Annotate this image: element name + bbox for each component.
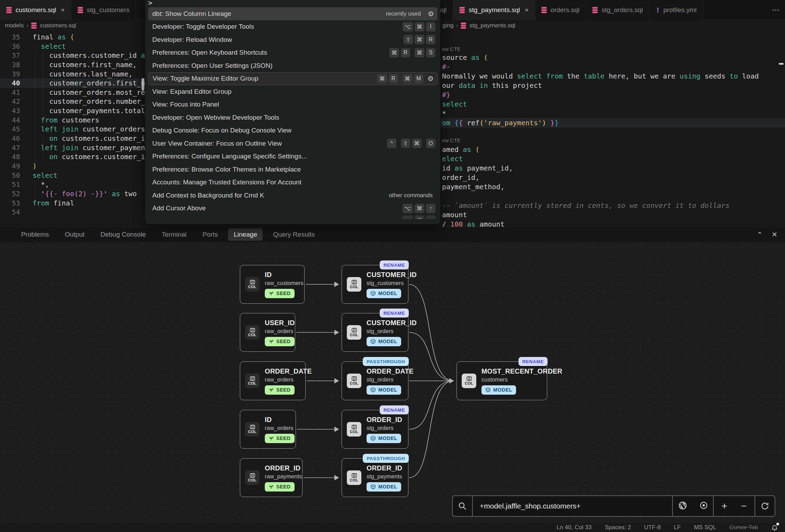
panel-tab-output[interactable]: Output [59, 228, 90, 241]
notifications-bell-icon[interactable] [771, 524, 778, 531]
tab-stg_orders-sql[interactable]: stg_orders.sql [586, 0, 649, 20]
lineage-node-target-order_id[interactable]: PASSTHROUGHCOLORDER_IDstg_paymentsMODEL [342, 458, 408, 497]
refresh-icon[interactable] [755, 496, 775, 516]
panel-tab-problems[interactable]: Problems [16, 228, 54, 241]
panel-tab-terminal[interactable]: Terminal [156, 228, 192, 241]
command-item-debug-console[interactable]: Debug Console: Focus on Debug Console Vi… [145, 124, 440, 137]
command-item-preferences[interactable]: Preferences: Open Keyboard Shortcuts⌘R⌘S [145, 46, 440, 59]
code-line[interactable]: select [442, 100, 467, 109]
code-line[interactable]: 42 customer_orders.number_o [0, 97, 145, 106]
scrollbar-thumb[interactable] [142, 78, 144, 91]
code-line[interactable]: 49) [0, 162, 145, 171]
command-item-partial[interactable]: ⌥⌘↓ [145, 215, 440, 219]
command-item-developer[interactable]: Developer: Reload Window⇧⌘R [145, 33, 440, 46]
close-panel-icon[interactable]: ✕ [772, 230, 777, 239]
code-line[interactable]: order_id, [442, 173, 479, 182]
command-item-preferences[interactable]: Preferences: Configure Language Specific… [145, 150, 440, 163]
command-item-add-cursor-above[interactable]: Add Cursor Above⌥⌘↑ [145, 202, 440, 215]
command-input[interactable]: > [145, 0, 440, 6]
tab-stg_customers[interactable]: stg_customers [71, 0, 136, 20]
code-line[interactable]: 52 '{{- foo(2) -}}' as two [0, 189, 145, 199]
breadcrumb-root[interactable]: models [5, 22, 24, 29]
tab-orders-sql[interactable]: orders.sql [535, 0, 586, 20]
code-area[interactable]: 35final as (36 select37 customers.custom… [0, 31, 145, 217]
tab-overflow-button[interactable]: ⋯ [766, 0, 785, 20]
model-query-input[interactable] [480, 502, 672, 510]
model-selector-input[interactable] [473, 496, 673, 516]
code-line[interactable]: #} [442, 90, 450, 100]
search-icon[interactable] [453, 496, 473, 516]
breadcrumb-file[interactable]: customers.sql [40, 22, 76, 29]
left-editor-pane[interactable]: models › customers.sql 35final as (36 se… [0, 20, 146, 227]
code-line[interactable]: our data in this project [442, 81, 542, 90]
code-line[interactable]: 51 *, [0, 180, 145, 189]
tab-profiles-yml[interactable]: !profiles.yml [649, 0, 703, 20]
status-ms[interactable]: MS SQL [694, 524, 716, 531]
tab-customers-sql[interactable]: customers.sql× [0, 0, 71, 20]
code-line[interactable]: id as payment_id, [442, 164, 513, 173]
close-icon[interactable]: × [61, 7, 65, 14]
code-line[interactable]: 41 customer_orders.most_rec [0, 88, 145, 97]
code-line[interactable]: Normally we would select from the table … [442, 72, 759, 81]
code-line[interactable]: #- [442, 62, 450, 72]
code-line[interactable]: source as ( [442, 53, 488, 62]
breadcrumb[interactable]: ging › stg_payments.sql [440, 20, 785, 31]
status-lf[interactable]: LF [674, 524, 681, 531]
command-item-add-context-to-background-for-cmd-k[interactable]: Add Context to Background for Cmd Kother… [145, 189, 440, 202]
code-line[interactable]: amount [442, 210, 467, 220]
panel-tab-query-results[interactable]: Query Results [268, 228, 320, 241]
right-editor-pane[interactable]: ging › stg_payments.sql ew CTEsource as … [440, 20, 785, 227]
command-item-preferences[interactable]: Preferences: Open User Settings (JSON) [145, 59, 440, 72]
code-line[interactable]: -- `amount` is currently stored in cents… [442, 201, 730, 210]
code-line[interactable]: 54 [0, 208, 145, 217]
code-line[interactable]: * [442, 109, 446, 118]
code-line[interactable]: 44 from customers [0, 116, 145, 125]
code-line[interactable]: 48 on customers.customer_id [0, 152, 145, 162]
code-line[interactable]: 45 left join customer_orders [0, 125, 145, 134]
focus-target-icon[interactable] [699, 501, 708, 511]
breadcrumb-root[interactable]: ging [442, 22, 453, 29]
aperture-icon[interactable] [678, 501, 687, 512]
lineage-node-source-id[interactable]: COLIDraw_ordersSEED [240, 410, 296, 449]
code-line[interactable]: 40 customer_orders.first_or [0, 79, 145, 88]
tab-stg_payments-sql[interactable]: stg_payments.sql× [453, 0, 535, 20]
code-line[interactable]: amed as ( [442, 145, 479, 154]
collapse-panel-icon[interactable]: ⌃ [757, 230, 763, 239]
code-line[interactable]: / 100 as amount [442, 220, 505, 227]
lineage-node-target-customer_id[interactable]: RENAMECOLCUSTOMER_IDstg_customersMODEL [342, 265, 408, 304]
command-item-developer[interactable]: Developer: Open Webview Developer Tools [145, 111, 440, 124]
scrollbar-dash[interactable] [779, 63, 784, 65]
gear-icon[interactable]: ⚙ [428, 10, 434, 18]
breadcrumb[interactable]: models › customers.sql [0, 20, 145, 31]
status-ln[interactable]: Ln 40, Col 33 [557, 524, 592, 531]
code-line[interactable]: 37 customers.customer_id as [0, 51, 145, 60]
lineage-node-final-most-recent-order[interactable]: RENAMECOLMOST_RECENT_ORDERcustomersMODEL [457, 361, 547, 400]
lineage-node-target-order_id[interactable]: RENAMECOLORDER_IDstg_ordersMODEL [342, 410, 408, 449]
panel-tab-lineage[interactable]: Lineage [228, 228, 263, 241]
code-line[interactable]: 38 customers.first_name, [0, 60, 145, 70]
command-item-developer[interactable]: Developer: Toggle Developer Tools⌥⌘I [145, 20, 440, 34]
code-line[interactable]: 53from final [0, 199, 145, 208]
status-utf-8[interactable]: UTF-8 [644, 524, 661, 531]
command-item-user-view-container[interactable]: User View Container: Focus on Outline Vi… [145, 137, 440, 150]
panel-tab-debug-console[interactable]: Debug Console [95, 228, 151, 241]
gear-icon[interactable]: ⚙ [427, 74, 434, 83]
lineage-node-source-user_id[interactable]: COLUSER_IDraw_ordersSEED [240, 313, 295, 352]
zoom-in-button[interactable]: + [722, 501, 727, 511]
command-item-view[interactable]: View: Focus into Panel [145, 98, 440, 111]
lineage-node-source-order_date[interactable]: COLORDER_DATEraw_ordersSEED [240, 361, 306, 400]
code-line[interactable]: 46 on customers.customer_id [0, 134, 145, 143]
panel-tab-ports[interactable]: Ports [197, 228, 223, 241]
cursor-tab-toggle[interactable]: Cursor Tab [729, 524, 758, 531]
status-spaces[interactable]: Spaces: 2 [605, 524, 631, 531]
code-line[interactable]: 43 customer_payments.total_ [0, 106, 145, 116]
code-line[interactable]: 47 left join customer_payment [0, 143, 145, 153]
command-item-view[interactable]: View: Toggle Maximize Editor Group⌘R⌘M⚙ [148, 72, 437, 85]
code-line[interactable]: 35final as ( [0, 33, 145, 42]
code-line[interactable]: 50select [0, 171, 145, 180]
command-item-view[interactable]: View: Expand Editor Group [145, 85, 440, 98]
lineage-node-target-order_date[interactable]: PASSTHROUGHCOLORDER_DATEstg_ordersMODEL [342, 361, 408, 400]
code-line[interactable]: om {{ ref('raw_payments') }} [442, 118, 559, 128]
code-line[interactable]: 39 customers.last_name, [0, 70, 145, 79]
zoom-out-button[interactable]: − [741, 501, 747, 511]
